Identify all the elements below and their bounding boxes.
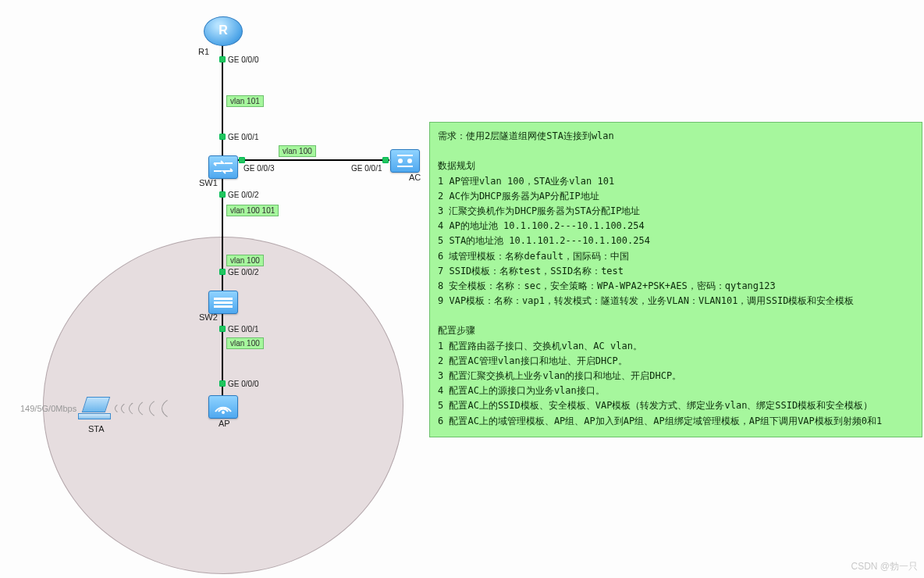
vlan-sw2-ap: vlan 100 bbox=[226, 337, 264, 349]
sta-label: STA bbox=[88, 424, 105, 434]
sw1-bot-port-lbl: GE 0/0/2 bbox=[228, 191, 258, 199]
config-note: 需求：使用2层隧道组网使STA连接到wlan 数据规划 1 AP管理vlan 1… bbox=[429, 122, 922, 437]
svg-rect-4 bbox=[214, 298, 233, 300]
diagram-canvas: R R1 GE 0/0/0 vlan 101 GE 0/0/1 SW1 GE 0… bbox=[0, 0, 924, 578]
sw1-bot-port-dot bbox=[219, 191, 226, 198]
r1-port-lbl: GE 0/0/0 bbox=[228, 55, 258, 64]
wlc-icon bbox=[390, 149, 420, 173]
sw2-top-port-dot bbox=[219, 269, 226, 275]
switch-icon-sw1 bbox=[208, 155, 238, 179]
svg-point-7 bbox=[222, 411, 225, 414]
sw1-top-port-dot bbox=[219, 134, 226, 140]
wifi-wave-icon bbox=[162, 394, 216, 423]
svg-point-1 bbox=[407, 159, 412, 163]
router-glyph: R bbox=[219, 23, 228, 37]
ac-port-lbl: GE 0/0/1 bbox=[351, 164, 382, 173]
watermark: CSDN @勃一只 bbox=[851, 560, 918, 573]
vlan-sw1-sw2: vlan 100 101 bbox=[226, 205, 279, 216]
ac-label: AC bbox=[409, 173, 421, 182]
sw1-top-port-lbl: GE 0/0/1 bbox=[228, 133, 258, 141]
sw1-g003-lbl: GE 0/0/3 bbox=[243, 164, 274, 173]
switch-icon-sw2 bbox=[208, 291, 238, 314]
svg-rect-3 bbox=[397, 166, 413, 167]
vlan-sw2-top: vlan 100 bbox=[226, 255, 264, 266]
svg-rect-6 bbox=[214, 305, 233, 308]
svg-rect-2 bbox=[397, 155, 413, 156]
r1-port-dot bbox=[219, 56, 226, 62]
vlan-r1-sw1: vlan 101 bbox=[226, 95, 264, 107]
svg-point-0 bbox=[398, 159, 403, 163]
router-icon: R bbox=[204, 16, 243, 46]
svg-rect-5 bbox=[214, 301, 233, 304]
ap-port-dot bbox=[219, 380, 226, 387]
sw2-bot-port-dot bbox=[219, 326, 226, 332]
laptop-icon bbox=[78, 397, 112, 420]
r1-label: R1 bbox=[198, 47, 209, 56]
sw1-label: SW1 bbox=[199, 178, 218, 187]
ap-port-lbl: GE 0/0/0 bbox=[228, 380, 258, 388]
sw2-label: SW2 bbox=[199, 312, 218, 322]
sw2-top-port-lbl: GE 0/0/2 bbox=[228, 268, 258, 277]
sw1-right-port-dot bbox=[239, 157, 245, 163]
link-sw1-ac bbox=[237, 159, 389, 161]
radio-info-left: 149/5G/0Mbps bbox=[20, 404, 76, 413]
sw2-bot-port-lbl: GE 0/0/1 bbox=[228, 325, 258, 334]
ap-label: AP bbox=[219, 419, 230, 428]
vlan-sw1-ac: vlan 100 bbox=[279, 145, 316, 157]
ac-port-dot bbox=[382, 157, 389, 163]
